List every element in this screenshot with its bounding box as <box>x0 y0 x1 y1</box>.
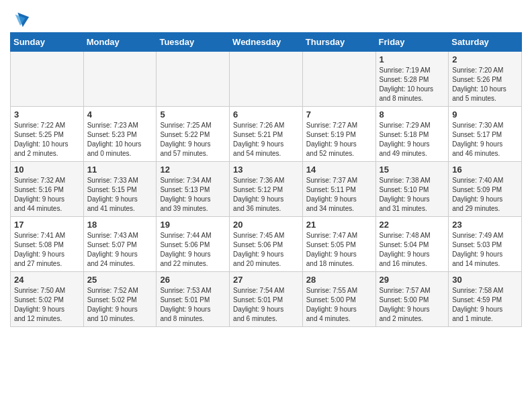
calendar-week-row: 10Sunrise: 7:32 AM Sunset: 5:16 PM Dayli… <box>11 162 522 217</box>
day-info: Sunrise: 7:50 AM Sunset: 5:02 PM Dayligh… <box>14 286 80 324</box>
day-info: Sunrise: 7:36 AM Sunset: 5:12 PM Dayligh… <box>233 176 299 214</box>
calendar-day-cell: 25Sunrise: 7:52 AM Sunset: 5:02 PM Dayli… <box>83 272 157 327</box>
day-number: 10 <box>14 165 80 175</box>
day-number: 23 <box>452 220 518 230</box>
calendar-day-cell: 1Sunrise: 7:19 AM Sunset: 5:28 PM Daylig… <box>375 52 449 107</box>
calendar-day-cell: 14Sunrise: 7:37 AM Sunset: 5:11 PM Dayli… <box>302 162 375 217</box>
calendar-day-cell: 24Sunrise: 7:50 AM Sunset: 5:02 PM Dayli… <box>11 272 84 327</box>
day-number: 3 <box>14 109 80 120</box>
calendar-day-cell: 23Sunrise: 7:49 AM Sunset: 5:03 PM Dayli… <box>449 217 522 272</box>
day-number: 26 <box>160 275 226 285</box>
day-info: Sunrise: 7:23 AM Sunset: 5:23 PM Dayligh… <box>87 121 153 158</box>
calendar-day-cell: 12Sunrise: 7:34 AM Sunset: 5:13 PM Dayli… <box>157 162 230 217</box>
weekday-header: Thursday <box>302 33 375 52</box>
calendar-day-cell <box>157 52 230 107</box>
calendar-day-cell <box>302 52 375 107</box>
day-number: 24 <box>14 275 80 285</box>
calendar-day-cell: 22Sunrise: 7:48 AM Sunset: 5:04 PM Dayli… <box>375 217 449 272</box>
weekday-header: Friday <box>375 33 449 52</box>
calendar-day-cell: 4Sunrise: 7:23 AM Sunset: 5:23 PM Daylig… <box>83 107 157 162</box>
calendar-day-cell: 2Sunrise: 7:20 AM Sunset: 5:26 PM Daylig… <box>449 52 522 107</box>
page-header <box>10 7 522 28</box>
day-number: 25 <box>87 275 153 285</box>
calendar-day-cell <box>11 52 84 107</box>
calendar-day-cell: 20Sunrise: 7:45 AM Sunset: 5:06 PM Dayli… <box>230 217 303 272</box>
day-info: Sunrise: 7:27 AM Sunset: 5:19 PM Dayligh… <box>306 121 372 158</box>
calendar-day-cell: 7Sunrise: 7:27 AM Sunset: 5:19 PM Daylig… <box>302 107 375 162</box>
day-info: Sunrise: 7:25 AM Sunset: 5:22 PM Dayligh… <box>160 121 226 158</box>
day-info: Sunrise: 7:58 AM Sunset: 4:59 PM Dayligh… <box>452 286 518 324</box>
day-number: 16 <box>452 165 518 175</box>
calendar-day-cell: 29Sunrise: 7:57 AM Sunset: 5:00 PM Dayli… <box>375 272 449 327</box>
weekday-header: Sunday <box>11 33 84 52</box>
day-info: Sunrise: 7:19 AM Sunset: 5:28 PM Dayligh… <box>380 66 445 103</box>
day-number: 19 <box>160 220 226 230</box>
day-info: Sunrise: 7:40 AM Sunset: 5:09 PM Dayligh… <box>452 176 518 214</box>
calendar-day-cell: 11Sunrise: 7:33 AM Sunset: 5:15 PM Dayli… <box>83 162 157 217</box>
weekday-header: Tuesday <box>157 33 230 52</box>
day-info: Sunrise: 7:48 AM Sunset: 5:04 PM Dayligh… <box>380 231 445 269</box>
day-number: 30 <box>452 275 518 285</box>
day-number: 13 <box>233 165 299 175</box>
calendar-day-cell: 30Sunrise: 7:58 AM Sunset: 4:59 PM Dayli… <box>449 272 522 327</box>
day-number: 15 <box>380 165 445 175</box>
day-number: 28 <box>306 275 372 285</box>
calendar-week-row: 1Sunrise: 7:19 AM Sunset: 5:28 PM Daylig… <box>11 52 522 107</box>
day-info: Sunrise: 7:26 AM Sunset: 5:21 PM Dayligh… <box>233 121 299 158</box>
calendar-day-cell: 8Sunrise: 7:29 AM Sunset: 5:18 PM Daylig… <box>375 107 449 162</box>
day-info: Sunrise: 7:38 AM Sunset: 5:10 PM Dayligh… <box>380 176 445 214</box>
weekday-header: Monday <box>83 33 157 52</box>
day-info: Sunrise: 7:49 AM Sunset: 5:03 PM Dayligh… <box>452 231 518 269</box>
calendar-day-cell: 3Sunrise: 7:22 AM Sunset: 5:25 PM Daylig… <box>11 107 84 162</box>
weekday-header: Saturday <box>449 33 522 52</box>
day-number: 29 <box>380 275 445 285</box>
day-number: 1 <box>380 54 445 64</box>
calendar-day-cell: 27Sunrise: 7:54 AM Sunset: 5:01 PM Dayli… <box>230 272 303 327</box>
day-number: 11 <box>87 165 153 175</box>
calendar-day-cell: 9Sunrise: 7:30 AM Sunset: 5:17 PM Daylig… <box>449 107 522 162</box>
day-info: Sunrise: 7:41 AM Sunset: 5:08 PM Dayligh… <box>14 231 80 269</box>
day-info: Sunrise: 7:43 AM Sunset: 5:07 PM Dayligh… <box>87 231 153 269</box>
calendar-day-cell: 10Sunrise: 7:32 AM Sunset: 5:16 PM Dayli… <box>11 162 84 217</box>
calendar-week-row: 3Sunrise: 7:22 AM Sunset: 5:25 PM Daylig… <box>11 107 522 162</box>
day-info: Sunrise: 7:44 AM Sunset: 5:06 PM Dayligh… <box>160 231 226 269</box>
day-info: Sunrise: 7:54 AM Sunset: 5:01 PM Dayligh… <box>233 286 299 324</box>
weekday-header: Wednesday <box>230 33 303 52</box>
day-number: 6 <box>233 109 299 120</box>
day-number: 9 <box>452 109 518 120</box>
calendar-day-cell: 18Sunrise: 7:43 AM Sunset: 5:07 PM Dayli… <box>83 217 157 272</box>
day-info: Sunrise: 7:33 AM Sunset: 5:15 PM Dayligh… <box>87 176 153 214</box>
day-info: Sunrise: 7:30 AM Sunset: 5:17 PM Dayligh… <box>452 121 518 158</box>
calendar-day-cell: 21Sunrise: 7:47 AM Sunset: 5:05 PM Dayli… <box>302 217 375 272</box>
calendar-header-row: SundayMondayTuesdayWednesdayThursdayFrid… <box>11 33 522 52</box>
day-number: 27 <box>233 275 299 285</box>
day-info: Sunrise: 7:52 AM Sunset: 5:02 PM Dayligh… <box>87 286 153 324</box>
calendar-day-cell: 26Sunrise: 7:53 AM Sunset: 5:01 PM Dayli… <box>157 272 230 327</box>
day-number: 4 <box>87 109 153 120</box>
day-info: Sunrise: 7:53 AM Sunset: 5:01 PM Dayligh… <box>160 286 226 324</box>
day-info: Sunrise: 7:55 AM Sunset: 5:00 PM Dayligh… <box>306 286 372 324</box>
calendar-day-cell: 17Sunrise: 7:41 AM Sunset: 5:08 PM Dayli… <box>11 217 84 272</box>
logo-icon <box>11 9 30 28</box>
day-info: Sunrise: 7:20 AM Sunset: 5:26 PM Dayligh… <box>452 66 518 103</box>
day-number: 22 <box>380 220 445 230</box>
day-info: Sunrise: 7:29 AM Sunset: 5:18 PM Dayligh… <box>380 121 445 158</box>
calendar-day-cell <box>230 52 303 107</box>
day-number: 8 <box>380 109 445 120</box>
calendar-day-cell: 13Sunrise: 7:36 AM Sunset: 5:12 PM Dayli… <box>230 162 303 217</box>
calendar-table: SundayMondayTuesdayWednesdayThursdayFrid… <box>10 32 522 327</box>
day-number: 12 <box>160 165 226 175</box>
calendar-day-cell: 6Sunrise: 7:26 AM Sunset: 5:21 PM Daylig… <box>230 107 303 162</box>
day-number: 20 <box>233 220 299 230</box>
day-info: Sunrise: 7:47 AM Sunset: 5:05 PM Dayligh… <box>306 231 372 269</box>
calendar-day-cell: 15Sunrise: 7:38 AM Sunset: 5:10 PM Dayli… <box>375 162 449 217</box>
calendar-day-cell: 28Sunrise: 7:55 AM Sunset: 5:00 PM Dayli… <box>302 272 375 327</box>
day-number: 14 <box>306 165 372 175</box>
day-info: Sunrise: 7:57 AM Sunset: 5:00 PM Dayligh… <box>380 286 445 324</box>
calendar-week-row: 17Sunrise: 7:41 AM Sunset: 5:08 PM Dayli… <box>11 217 522 272</box>
day-number: 7 <box>306 109 372 120</box>
day-number: 2 <box>452 54 518 64</box>
day-info: Sunrise: 7:32 AM Sunset: 5:16 PM Dayligh… <box>14 176 80 214</box>
day-info: Sunrise: 7:34 AM Sunset: 5:13 PM Dayligh… <box>160 176 226 214</box>
calendar-day-cell: 5Sunrise: 7:25 AM Sunset: 5:22 PM Daylig… <box>157 107 230 162</box>
